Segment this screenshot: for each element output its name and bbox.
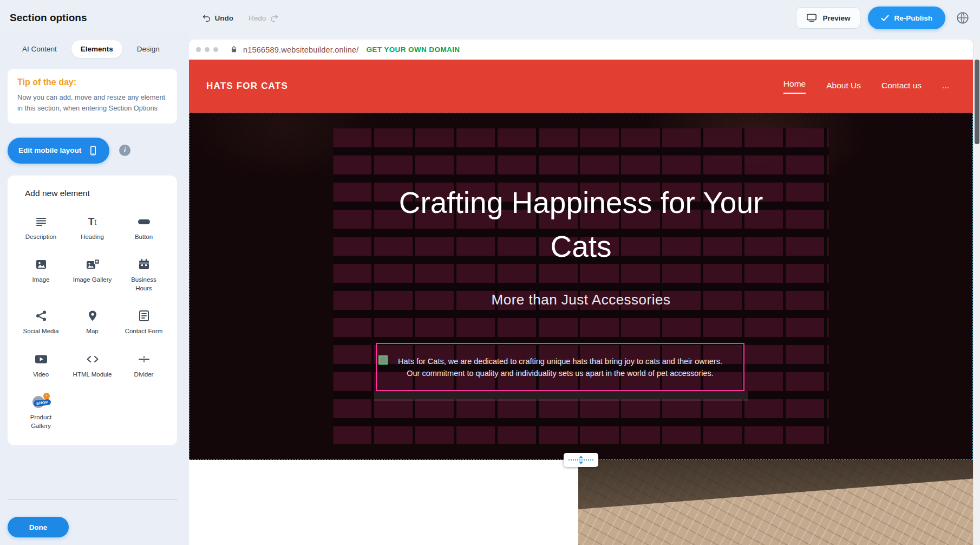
- selected-text-element[interactable]: Hats for Cats, we are dedicated to craft…: [376, 343, 744, 391]
- hero-subtitle[interactable]: More than Just Accessories: [189, 291, 973, 308]
- resize-handle-left[interactable]: [378, 355, 388, 365]
- element-label: Image: [32, 276, 50, 284]
- nav-item-more[interactable]: ...: [942, 81, 949, 92]
- element-button[interactable]: Button: [118, 213, 169, 242]
- element-label: Description: [25, 233, 57, 242]
- element-product-gallery[interactable]: SHOP ↑ Product Gallery: [15, 394, 67, 430]
- image-gallery-icon: [86, 256, 100, 272]
- republish-button[interactable]: Re-Publish: [868, 7, 945, 29]
- done-button[interactable]: Done: [8, 517, 69, 537]
- element-label: Divider: [134, 371, 154, 379]
- element-label: Business Hours: [123, 276, 165, 293]
- element-image[interactable]: Image: [15, 256, 67, 293]
- element-label: Button: [135, 233, 153, 242]
- monitor-icon: [806, 13, 817, 23]
- sidebar-tabs: AI Content Elements Design: [13, 40, 189, 58]
- undo-icon: [202, 14, 211, 23]
- get-own-domain-link[interactable]: GET YOUR OWN DOMAIN: [366, 46, 460, 54]
- paragraph-line: Hats for Cats, we are dedicated to craft…: [377, 357, 743, 366]
- business-hours-icon: [138, 256, 151, 272]
- mobile-layout-row: Edit mobile layout i: [8, 138, 189, 164]
- element-map[interactable]: Map: [67, 308, 118, 336]
- scrollbar-track[interactable]: [973, 40, 980, 545]
- element-label: Map: [86, 327, 98, 336]
- check-icon: [881, 15, 889, 22]
- browser-chrome: n1566589.websitebuilder.online/ GET YOUR…: [189, 40, 973, 60]
- element-html-module[interactable]: HTML Module: [67, 351, 118, 379]
- preview-label: Preview: [822, 14, 850, 22]
- window-dot: [205, 47, 210, 52]
- next-section[interactable]: [189, 460, 973, 545]
- element-image-gallery[interactable]: Image Gallery: [67, 256, 118, 293]
- hero-title[interactable]: Crafting Happiness for Your Cats: [189, 181, 973, 269]
- tab-design[interactable]: Design: [128, 40, 169, 58]
- republish-label: Re-Publish: [894, 14, 932, 22]
- language-globe-button[interactable]: [953, 8, 972, 28]
- contact-form-icon: [138, 308, 151, 324]
- edit-mobile-layout-button[interactable]: Edit mobile layout: [8, 138, 109, 164]
- nav-item-about[interactable]: About Us: [826, 81, 861, 92]
- add-element-title: Add new element: [25, 189, 169, 198]
- add-element-panel: Add new element Description Tt Heading: [8, 176, 177, 446]
- html-module-icon: [86, 351, 100, 367]
- element-business-hours[interactable]: Business Hours: [118, 256, 169, 293]
- arrow-down-icon: [579, 462, 583, 464]
- pavement-image: [578, 460, 973, 545]
- tip-body: Now you can add, move and resize any ele…: [17, 92, 167, 114]
- tab-elements[interactable]: Elements: [71, 40, 122, 58]
- element-label: Heading: [81, 233, 104, 242]
- tip-title: Tip of the day:: [17, 77, 167, 87]
- video-icon: [34, 351, 48, 367]
- lock-icon: [230, 46, 238, 54]
- dotted-line: [569, 459, 593, 460]
- window-dot: [213, 47, 218, 52]
- undo-label: Undo: [215, 14, 234, 22]
- element-contact-form[interactable]: Contact Form: [118, 308, 169, 336]
- sidebar: AI Content Elements Design Tip of the da…: [0, 33, 189, 545]
- site-nav: Home About Us Contact us ...: [783, 79, 949, 94]
- element-video[interactable]: Video: [15, 351, 67, 379]
- tip-of-the-day-card: Tip of the day: Now you can add, move an…: [8, 69, 177, 124]
- nav-item-contact[interactable]: Contact us: [881, 81, 922, 92]
- heading-icon: Tt: [88, 213, 97, 230]
- window-dot: [196, 47, 201, 52]
- history-controls: Undo Redo: [202, 14, 279, 23]
- sidebar-divider: [8, 499, 178, 500]
- divider-icon: [138, 351, 151, 367]
- element-grid: Description Tt Heading Button Ima: [15, 213, 169, 431]
- element-social-media[interactable]: Social Media: [15, 308, 67, 336]
- paragraph-line: Our commitment to quality and individual…: [377, 369, 743, 378]
- button-icon: [137, 213, 151, 230]
- preview-button[interactable]: Preview: [796, 7, 860, 29]
- hero-section[interactable]: Crafting Happiness for Your Cats More th…: [189, 113, 973, 460]
- redo-button[interactable]: Redo: [249, 14, 279, 23]
- edit-mobile-layout-label: Edit mobile layout: [18, 146, 81, 154]
- element-divider[interactable]: Divider: [118, 351, 169, 379]
- scrollbar-thumb[interactable]: [975, 60, 979, 144]
- site-preview-window: n1566589.websitebuilder.online/ GET YOUR…: [189, 40, 973, 545]
- info-icon[interactable]: i: [119, 145, 130, 156]
- map-icon: [86, 308, 99, 324]
- element-hover-ghost: [374, 391, 748, 401]
- tab-ai-content[interactable]: AI Content: [13, 40, 66, 58]
- redo-icon: [270, 14, 279, 23]
- nav-item-home[interactable]: Home: [783, 79, 806, 94]
- site-logo[interactable]: HATS FOR CATS: [206, 81, 288, 92]
- section-height-resize-handle[interactable]: [564, 453, 598, 467]
- app-window: AI Content Elements Design Tip of the da…: [0, 0, 980, 545]
- element-label: Image Gallery: [73, 276, 112, 284]
- address-bar-url[interactable]: n1566589.websitebuilder.online/: [243, 46, 358, 54]
- element-label: HTML Module: [73, 371, 112, 379]
- element-label: Product Gallery: [20, 413, 62, 430]
- site-header[interactable]: HATS FOR CATS Home About Us Contact us .…: [189, 60, 973, 113]
- element-description[interactable]: Description: [15, 213, 67, 242]
- topbar-actions: Preview Re-Publish: [796, 7, 972, 29]
- window-dots: [196, 47, 218, 52]
- undo-button[interactable]: Undo: [202, 14, 234, 23]
- topbar: Section options Undo Redo Preview: [0, 0, 980, 36]
- element-heading[interactable]: Tt Heading: [67, 213, 118, 242]
- social-media-icon: [35, 308, 48, 324]
- product-gallery-icon: SHOP ↑: [30, 394, 52, 410]
- description-icon: [35, 213, 48, 230]
- redo-label: Redo: [249, 14, 266, 22]
